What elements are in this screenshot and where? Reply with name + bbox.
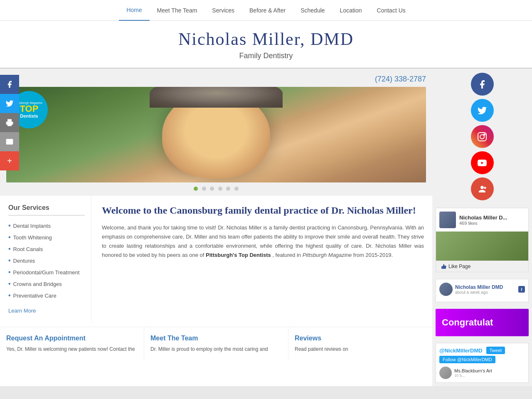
service-item-preventative: Preventative Care bbox=[8, 290, 85, 301]
reviews-col: Reviews Read patient reviews on bbox=[288, 327, 432, 361]
fb-cover-photo bbox=[436, 232, 528, 261]
welcome-middle: , featured in bbox=[272, 252, 301, 258]
twitter-section: @NickMillerDMD Tweet Follow @NickMillerD… bbox=[436, 343, 529, 383]
svg-point-2 bbox=[480, 135, 484, 139]
fb-like-btn-label: Like Page bbox=[448, 264, 470, 269]
twitter-user-row: Ms.Blackburn's Art 10 S... bbox=[439, 367, 525, 379]
nav-home[interactable]: Home bbox=[119, 0, 149, 21]
top-nav: Home Meet The Team Services Before & Aft… bbox=[0, 0, 532, 21]
nav-services[interactable]: Services bbox=[204, 0, 242, 21]
right-sidebar: Nicholas Miller D... 469 likes Like Page bbox=[432, 69, 532, 386]
services-sidebar: Our Services Dental Implants Tooth White… bbox=[0, 196, 91, 323]
fb-widget-header: Nicholas Miller D... 469 likes bbox=[436, 208, 528, 232]
left-facebook-btn[interactable] bbox=[0, 75, 19, 94]
fb-post-avatar bbox=[439, 283, 453, 296]
twitter-user-name: Ms.Blackburn's Art bbox=[454, 368, 492, 373]
nav-contact[interactable]: Contact Us bbox=[369, 0, 413, 21]
badge-top-text: TOP bbox=[20, 104, 39, 113]
appointment-text: Yes, Dr. Miller is welcoming new patient… bbox=[6, 345, 138, 353]
badge-dentists: Dentists bbox=[20, 113, 38, 118]
right-youtube-icon[interactable] bbox=[471, 151, 494, 174]
right-googleplus-icon[interactable] bbox=[471, 177, 494, 200]
content-area: (724) 338-2787 Pittsburgh Magazine TOP D… bbox=[0, 69, 532, 386]
team-text: Dr. Miller is proud to employ only the m… bbox=[150, 345, 282, 353]
plus-icon: + bbox=[7, 155, 12, 166]
fb-post-time: about a week ago bbox=[455, 290, 503, 295]
service-item-root-canals: Root Canals bbox=[8, 243, 85, 255]
twitter-handle: @NickMillerDMD bbox=[439, 347, 483, 354]
right-social-icons bbox=[432, 69, 532, 204]
left-email-btn[interactable] bbox=[0, 132, 19, 151]
service-item-dentures: Dentures bbox=[8, 255, 85, 266]
nav-before-after[interactable]: Before & After bbox=[242, 0, 293, 21]
left-twitter-btn[interactable] bbox=[0, 94, 19, 113]
dot-4[interactable] bbox=[218, 187, 222, 191]
left-social-bar: + bbox=[0, 75, 19, 170]
hero-image: Pittsburgh Magazine TOP Dentists bbox=[6, 87, 426, 182]
dot-3[interactable] bbox=[210, 187, 214, 191]
right-twitter-icon[interactable] bbox=[471, 99, 494, 122]
welcome-section: Welcome to the Canonsburg family dental … bbox=[91, 196, 432, 323]
hero-area: (724) 338-2787 Pittsburgh Magazine TOP D… bbox=[0, 69, 432, 196]
right-facebook-icon[interactable] bbox=[471, 73, 494, 96]
phone-number: (724) 338-2787 bbox=[6, 75, 426, 84]
nav-schedule[interactable]: Schedule bbox=[293, 0, 332, 21]
welcome-end: from 2015-2019. bbox=[353, 252, 393, 258]
main-container: Home Meet The Team Services Before & Aft… bbox=[0, 0, 532, 386]
fb-page-info: Nicholas Miller D... 469 likes bbox=[459, 214, 507, 226]
svg-rect-0 bbox=[7, 123, 12, 126]
service-item-whitening: Tooth Whitening bbox=[8, 232, 85, 243]
fb-post-author: Nicholas Miller DMD bbox=[455, 284, 503, 290]
appointment-heading: Request An Appointment bbox=[6, 335, 138, 342]
fb-likes: 469 likes bbox=[459, 221, 507, 226]
bottom-three: Request An Appointment Yes, Dr. Miller i… bbox=[0, 327, 432, 361]
nav-meet-team[interactable]: Meet The Team bbox=[150, 0, 205, 21]
twitter-user-count: 10 S... bbox=[454, 373, 492, 378]
team-col: Meet The Team Dr. Miller is proud to emp… bbox=[144, 327, 288, 361]
site-header: Nicholas Miller, DMD Family Dentistry bbox=[0, 21, 532, 69]
team-heading: Meet The Team bbox=[150, 335, 282, 342]
fb-post-header: Nicholas Miller DMD about a week ago f bbox=[439, 283, 525, 296]
dot-2[interactable] bbox=[202, 187, 206, 191]
reviews-text: Read patient reviews on bbox=[295, 345, 426, 353]
twitter-header: @NickMillerDMD Tweet bbox=[439, 347, 525, 354]
site-subtitle: Family Dentistry bbox=[0, 52, 532, 60]
welcome-heading: Welcome to the Canonsburg family dental … bbox=[102, 204, 424, 217]
dot-6[interactable] bbox=[234, 187, 239, 191]
dot-5[interactable] bbox=[226, 187, 230, 191]
congrats-text: Congratulat bbox=[442, 317, 493, 328]
main-section: (724) 338-2787 Pittsburgh Magazine TOP D… bbox=[0, 69, 432, 386]
pittsburgh-top-dentists: Pittsburgh's Top Dentists bbox=[206, 252, 271, 258]
appointment-col: Request An Appointment Yes, Dr. Miller i… bbox=[0, 327, 144, 361]
fb-widget: Nicholas Miller D... 469 likes Like Page bbox=[436, 208, 529, 272]
carousel-dots bbox=[6, 182, 426, 196]
services-heading: Our Services bbox=[8, 204, 85, 216]
fb-post-icon: f bbox=[518, 286, 525, 293]
fb-post-info: Nicholas Miller DMD about a week ago bbox=[455, 284, 503, 295]
reviews-heading: Reviews bbox=[295, 335, 426, 342]
service-item-implants: Dental Implants bbox=[8, 220, 85, 232]
nav-location[interactable]: Location bbox=[332, 0, 369, 21]
welcome-body: Welcome, and thank you for taking time t… bbox=[102, 223, 424, 260]
below-hero: Our Services Dental Implants Tooth White… bbox=[0, 196, 432, 323]
congrats-banner: Congratulat bbox=[436, 309, 529, 336]
learn-more-link[interactable]: Learn More bbox=[8, 308, 36, 314]
left-share-btn[interactable]: + bbox=[0, 151, 19, 170]
service-item-periodontal: Periodontal/Gum Treatment bbox=[8, 266, 85, 278]
tweet-button[interactable]: Tweet bbox=[486, 347, 505, 354]
site-title: Nicholas Miller, DMD bbox=[0, 29, 532, 49]
twitter-user-avatar bbox=[439, 367, 452, 379]
svg-point-3 bbox=[484, 134, 485, 135]
services-list: Dental Implants Tooth Whitening Root Can… bbox=[8, 220, 85, 301]
fb-page-name: Nicholas Miller D... bbox=[459, 214, 507, 221]
service-item-crowns: Crowns and Bridges bbox=[8, 278, 85, 290]
dot-1[interactable] bbox=[194, 187, 198, 191]
follow-button[interactable]: Follow @NickMillerDMD bbox=[439, 356, 495, 363]
fb-post: Nicholas Miller DMD about a week ago f bbox=[436, 279, 529, 302]
fb-avatar-image bbox=[439, 212, 456, 228]
left-print-btn[interactable] bbox=[0, 113, 19, 132]
fb-like-button[interactable]: Like Page bbox=[436, 261, 528, 272]
pittsburgh-magazine: Pittsburgh Magazine bbox=[303, 252, 352, 258]
right-instagram-icon[interactable] bbox=[471, 125, 494, 148]
fb-avatar bbox=[439, 212, 456, 228]
